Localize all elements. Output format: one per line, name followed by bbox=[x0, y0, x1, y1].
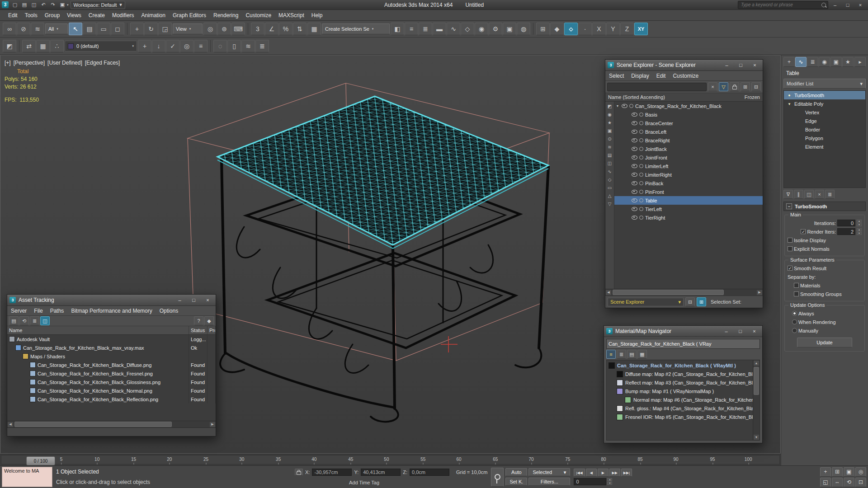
schematic-view-icon[interactable]: ◇ bbox=[461, 23, 474, 35]
modifier-stack-row[interactable]: Edge bbox=[784, 117, 865, 125]
current-frame-field[interactable]: 0 bbox=[574, 478, 606, 485]
asset-row[interactable]: Can_Storage_Rack_for_Kitchen_Black_Diffu… bbox=[7, 361, 216, 369]
curve-editor-icon[interactable]: ∿ bbox=[447, 23, 460, 35]
timeline-track[interactable]: 5101520253035404550556065707580859095100… bbox=[1, 455, 780, 465]
restrict-y-icon[interactable]: Y bbox=[606, 23, 620, 35]
material-tree-row[interactable]: Reflect map: Map #3 (Can_Storage_Rack_fo… bbox=[607, 378, 753, 387]
scene-object-row[interactable]: TierLeft bbox=[614, 205, 763, 213]
set-key-mode-button[interactable]: Set K. bbox=[505, 478, 527, 486]
render-toggle-icon[interactable] bbox=[639, 190, 643, 194]
tab-display[interactable]: ▣ bbox=[830, 57, 842, 67]
scene-object-row[interactable]: JointBack bbox=[614, 145, 763, 153]
visibility-eye-icon[interactable] bbox=[632, 138, 637, 142]
mn-view-list-icon[interactable]: ≡ bbox=[606, 350, 616, 359]
zoom-icon[interactable]: + bbox=[820, 467, 831, 477]
explorer-selector-dropdown[interactable]: Scene Explorer ▾ bbox=[608, 298, 684, 306]
scrollbar-thumb[interactable] bbox=[613, 290, 724, 295]
scene-object-row[interactable]: PinFront bbox=[614, 188, 763, 196]
modifier-icon[interactable]: ● bbox=[787, 93, 792, 98]
asset-row[interactable]: Can_Storage_Rack_for_Kitchen_Black_Norma… bbox=[7, 386, 216, 395]
add-time-tag[interactable]: Add Time Tag bbox=[349, 480, 379, 485]
iterations-spinner[interactable]: ▲▼ bbox=[857, 220, 862, 226]
iterations-field[interactable]: 0 bbox=[837, 220, 855, 226]
isolate-selection-icon[interactable]: ◌ bbox=[213, 40, 227, 52]
name-column-header[interactable]: Name (Sorted Ascending) bbox=[608, 94, 665, 100]
render-toggle-icon[interactable] bbox=[639, 216, 643, 220]
visibility-eye-icon[interactable] bbox=[622, 104, 627, 108]
remove-modifier-icon[interactable]: × bbox=[815, 190, 824, 199]
render-toggle-icon[interactable] bbox=[639, 173, 643, 177]
asset-tracking-titlebar[interactable]: 3 Asset Tracking – □ × bbox=[7, 295, 216, 306]
maximize-button[interactable]: □ bbox=[842, 1, 854, 9]
visibility-eye-icon[interactable] bbox=[632, 198, 637, 202]
modifier-stack-row[interactable]: Vertex bbox=[784, 108, 865, 117]
menu-item[interactable]: Help bbox=[308, 11, 326, 19]
visibility-eye-icon[interactable] bbox=[632, 155, 637, 160]
update-button[interactable]: Update bbox=[797, 338, 852, 347]
filter-shapes-icon[interactable]: ◉ bbox=[606, 111, 613, 118]
filter-xrefs-icon[interactable]: ◫ bbox=[606, 160, 613, 167]
close-button[interactable]: × bbox=[749, 61, 760, 69]
panel-scroll-icon[interactable]: ▸ bbox=[854, 57, 866, 67]
app-logo-icon[interactable]: 3 bbox=[2, 1, 9, 8]
asset-row[interactable]: Can_Storage_Rack_for_Kitchen_Black_Gloss… bbox=[7, 378, 216, 386]
name-column-header[interactable]: Name bbox=[7, 326, 189, 334]
menu-item[interactable]: Group bbox=[41, 11, 63, 19]
viewport-label-segment[interactable]: [User Defined] bbox=[47, 60, 82, 66]
when-rendering-radio[interactable] bbox=[792, 319, 797, 324]
menu-item[interactable]: Options bbox=[160, 308, 178, 314]
horizontal-scrollbar[interactable]: ◀ ▶ bbox=[7, 421, 216, 427]
zoom-extents-all-icon[interactable]: ◎ bbox=[855, 467, 866, 477]
use-pivot-center-icon[interactable]: ◎ bbox=[203, 23, 217, 35]
menu-item[interactable]: Paths bbox=[50, 308, 64, 314]
scene-object-row[interactable]: LimiterRight bbox=[614, 170, 763, 179]
select-layer-objects-icon[interactable]: ✓ bbox=[166, 40, 179, 52]
tab-create[interactable]: + bbox=[783, 57, 795, 67]
filter-funnel-icon[interactable]: ▽ bbox=[719, 82, 728, 91]
make-unique-icon[interactable]: ◫ bbox=[804, 190, 814, 199]
object-name-field[interactable]: Table bbox=[783, 69, 866, 78]
z-coordinate-field[interactable]: 0,0cm bbox=[410, 469, 449, 476]
visibility-eye-icon[interactable] bbox=[632, 207, 637, 211]
render-iters-field[interactable]: 2 bbox=[837, 228, 855, 235]
asset-row[interactable]: Can_Storage_Rack_for_Kitchen_Black_Fresn… bbox=[7, 369, 216, 378]
rollout-collapse-icon[interactable]: − bbox=[786, 203, 792, 209]
select-and-manipulate-icon[interactable]: ⊚ bbox=[217, 23, 231, 35]
restrict-plane-icon[interactable]: XY bbox=[634, 23, 648, 35]
tab-modify[interactable]: ∿ bbox=[795, 57, 807, 67]
snap-vertex-icon[interactable]: · bbox=[578, 23, 592, 35]
tab-motion[interactable]: ◉ bbox=[819, 57, 830, 67]
selected-table-mesh[interactable] bbox=[217, 96, 548, 249]
menu-item[interactable]: Modifiers bbox=[108, 11, 138, 19]
go-to-end-button[interactable]: ▶▶| bbox=[621, 469, 632, 477]
scene-object-row[interactable]: ▾ Can_Storage_Rack_for_Kitchen_Black bbox=[614, 102, 763, 110]
visibility-eye-icon[interactable] bbox=[632, 164, 637, 168]
mirror-icon[interactable]: ◧ bbox=[391, 23, 404, 35]
scroll-left-icon[interactable]: ◀ bbox=[7, 422, 14, 427]
materials-checkbox[interactable] bbox=[794, 283, 799, 288]
y-coordinate-field[interactable]: 40,413cm bbox=[361, 469, 401, 476]
reference-coordinate-dropdown[interactable]: View▾ bbox=[173, 23, 203, 34]
scroll-down-icon[interactable]: ▼ bbox=[753, 434, 760, 440]
select-by-name-icon[interactable]: ▤ bbox=[83, 23, 96, 35]
modifier-stack-row[interactable]: ▾ Editable Poly bbox=[784, 99, 865, 108]
modifier-stack-row[interactable]: Element bbox=[784, 142, 865, 151]
workspace-dropdown[interactable]: Workspace: Default ▾ bbox=[71, 1, 125, 9]
horizontal-scrollbar[interactable]: ◀ ▶ bbox=[605, 289, 763, 296]
layer-properties-icon[interactable]: ≡ bbox=[194, 40, 208, 52]
menu-item[interactable]: Select bbox=[609, 73, 624, 79]
scene-object-row[interactable]: LimiterLeft bbox=[614, 162, 763, 170]
add-to-layer-icon[interactable]: ↓ bbox=[152, 40, 165, 52]
search-input[interactable] bbox=[740, 2, 820, 8]
select-object-icon[interactable]: ↖ bbox=[69, 23, 82, 35]
explorer-grid-icon[interactable]: ⊞ bbox=[697, 297, 706, 306]
viewport-label-segment[interactable]: [Edged Faces] bbox=[85, 60, 120, 66]
filter-containers-icon[interactable]: ◇ bbox=[606, 176, 613, 183]
menu-item[interactable]: Bitmap Performance and Memory bbox=[71, 308, 152, 314]
turbosmooth-rollout-header[interactable]: − TurboSmooth bbox=[783, 202, 866, 211]
asset-row[interactable]: Can_Storage_Rack_for_Kitchen_Black_max_v… bbox=[7, 343, 216, 352]
scene-object-row[interactable]: Basis bbox=[614, 110, 763, 119]
menu-item[interactable]: Server bbox=[11, 308, 27, 314]
play-button[interactable]: ▶ bbox=[598, 469, 609, 477]
scrollbar-thumb[interactable] bbox=[14, 422, 172, 427]
